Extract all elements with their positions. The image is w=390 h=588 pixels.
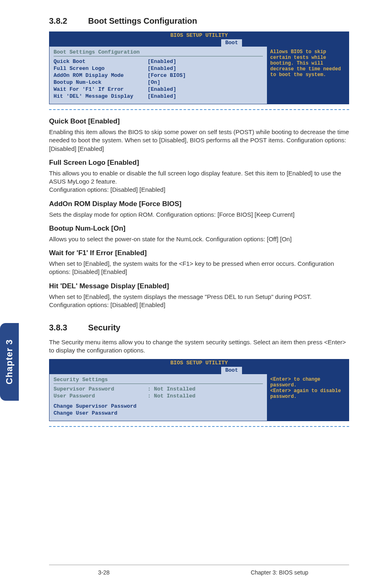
item-description: When set to [Enabled], the system waits … [49, 260, 349, 276]
item-description: When set to [Enabled], the system displa… [49, 293, 349, 310]
bios-panel-boot-settings: BIOS SETUP UTILITY Boot Boot Settings Co… [49, 31, 349, 104]
item-heading: Quick Boot [Enabled] [49, 117, 349, 126]
bios-setting-label: Wait For 'F1' If Error [54, 86, 148, 93]
bios-setting-row: AddOn ROM Display Mode[Force BIOS] [54, 72, 263, 79]
bios-sub-heading: Security Settings [54, 377, 263, 383]
bios-setting-row: Quick Boot[Enabled] [54, 58, 263, 65]
section-number: 3.8.2 [49, 16, 86, 26]
item-description: Allows you to select the power-on state … [49, 235, 349, 243]
section-intro: The Security menu items allow you to cha… [49, 338, 349, 355]
item-heading: Bootup Num-Lock [On] [49, 224, 349, 233]
item-description: This allows you to enable or disable the… [49, 169, 349, 194]
bios-setting-row: Hit 'DEL' Message Display[Enabled] [54, 93, 263, 100]
bios-setting-row: Bootup Num-Lock[On] [54, 79, 263, 86]
bios-setting-value: [Enabled] [148, 93, 176, 100]
bios-info-row: User Password: Not Installed [54, 393, 263, 399]
bios-action-label: Change Supervisor Password [54, 403, 137, 410]
bios-tab-boot: Boot [221, 39, 242, 47]
section-heading-382: 3.8.2 Boot Settings Configuration [49, 16, 349, 26]
item-description: Sets the display mode for option ROM. Co… [49, 211, 349, 219]
section-title: Boot Settings Configuration [88, 16, 197, 25]
section-title: Security [88, 323, 121, 332]
bios-setting-value: [Force BIOS] [148, 72, 186, 79]
bios-info-label: User Password [54, 393, 148, 399]
bios-setting-value: [On] [148, 79, 160, 86]
bios-setting-label: Hit 'DEL' Message Display [54, 93, 148, 100]
bios-setting-row: Full Screen Logo[Enabled] [54, 65, 263, 72]
bios-action-row: Change Supervisor Password [54, 403, 263, 410]
bios-setting-label: AddOn ROM Display Mode [54, 72, 148, 79]
bios-setting-label: Full Screen Logo [54, 65, 148, 72]
bios-setting-label: Quick Boot [54, 58, 148, 65]
bios-setting-value: [Enabled] [148, 86, 176, 93]
bios-help-text: Allows BIOS to skip certain tests while … [267, 47, 349, 104]
item-heading: Full Screen Logo [Enabled] [49, 159, 349, 167]
footer-chapter-label: Chapter 3: BIOS setup [251, 569, 308, 576]
bios-panel-security: BIOS SETUP UTILITY Boot Security Setting… [49, 359, 349, 421]
bios-info-row: Supervisor Password: Not Installed [54, 386, 263, 393]
bios-info-label: Supervisor Password [54, 386, 148, 393]
item-description: Enabling this item allows the BIOS to sk… [49, 128, 349, 153]
item-heading: Wait for 'F1' If Error [Enabled] [49, 249, 349, 257]
section-number: 3.8.3 [49, 323, 86, 332]
bios-action-label: Change User Passward [54, 410, 117, 417]
page-footer: 3-28 Chapter 3: BIOS setup [49, 567, 349, 576]
item-heading: Hit 'DEL' Message Display [Enabled] [49, 282, 349, 290]
chapter-side-tab: Chapter 3 [0, 323, 19, 401]
bios-setting-value: [Enabled] [148, 65, 176, 72]
bios-title: BIOS SETUP UTILITY [49, 359, 349, 367]
bios-setting-row: Wait For 'F1' If Error[Enabled] [54, 86, 263, 93]
footer-page-number: 3-28 [98, 569, 110, 576]
bios-action-row: Change User Passward [54, 410, 263, 417]
item-heading: AddOn ROM Display Mode [Force BIOS] [49, 200, 349, 208]
bios-info-value: : Not Installed [148, 386, 195, 393]
bios-setting-label: Bootup Num-Lock [54, 79, 148, 86]
bios-title: BIOS SETUP UTILITY [49, 32, 349, 39]
bios-sub-heading: Boot Settings Configuration [54, 49, 263, 55]
bios-setting-value: [Enabled] [148, 58, 176, 65]
bios-info-value: : Not Installed [148, 393, 195, 399]
section-heading-383: 3.8.3 Security [49, 323, 349, 332]
bios-tab-row: Boot [49, 39, 349, 47]
bios-help-text: <Enter> to change password. <Enter> agai… [267, 374, 349, 421]
bios-tab-boot: Boot [221, 367, 242, 374]
bios-tab-row: Boot [49, 367, 349, 374]
